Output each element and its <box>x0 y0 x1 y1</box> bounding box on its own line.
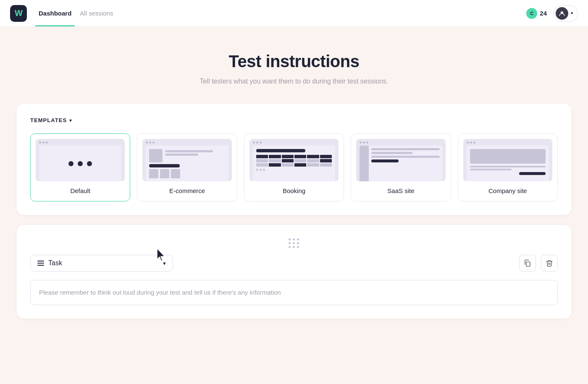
template-saas-label: SaaS site <box>387 187 414 194</box>
page-subtitle: Tell testers what you want them to do du… <box>17 78 571 85</box>
user-menu-button[interactable]: ▾ <box>554 5 578 22</box>
task-selector-chevron: ▾ <box>163 260 166 266</box>
trash-icon <box>546 259 553 267</box>
template-booking[interactable]: Booking <box>244 133 344 201</box>
task-type-selector[interactable]: Task ▾ <box>30 255 173 272</box>
template-default-preview <box>36 139 125 181</box>
main-content: Test instructions Tell testers what you … <box>0 27 588 345</box>
header-right: C 24 ▾ <box>526 5 578 22</box>
template-company[interactable]: Company site <box>458 133 558 201</box>
user-menu-chevron: ▾ <box>571 10 573 16</box>
task-selector-label: Task <box>48 259 159 267</box>
copy-icon <box>524 259 531 267</box>
template-ecommerce[interactable]: E-commerce <box>137 133 237 201</box>
tab-all-sessions[interactable]: All sessions <box>76 0 116 26</box>
template-company-preview <box>463 139 552 181</box>
svg-rect-1 <box>526 262 530 266</box>
template-default-label: Default <box>70 187 90 194</box>
drag-dots-icon <box>289 238 299 248</box>
credits-badge: C 24 <box>526 8 547 19</box>
user-avatar <box>556 7 568 20</box>
template-default[interactable]: Default <box>30 133 130 201</box>
templates-chevron[interactable]: ▾ <box>69 118 72 123</box>
tab-dashboard[interactable]: Dashboard <box>35 0 75 26</box>
template-saas-preview <box>356 139 445 181</box>
task-description[interactable]: Please remember to think out loud during… <box>30 280 558 305</box>
drag-handle[interactable] <box>30 238 558 248</box>
app-logo[interactable]: W <box>10 5 27 22</box>
template-ecommerce-preview <box>142 139 231 181</box>
delete-task-button[interactable] <box>541 255 558 272</box>
credits-icon: C <box>526 8 537 19</box>
task-menu-icon <box>37 261 44 266</box>
templates-label: TEMPLATES <box>30 117 67 123</box>
task-actions <box>519 255 558 272</box>
main-nav: Dashboard All sessions <box>35 0 117 26</box>
template-booking-label: Booking <box>283 187 305 194</box>
template-company-label: Company site <box>488 187 527 194</box>
logo-icon: W <box>15 8 22 18</box>
templates-card: TEMPLATES ▾ <box>17 104 571 215</box>
page-title: Test instructions <box>17 52 571 71</box>
credits-count: 24 <box>540 10 547 17</box>
template-ecommerce-label: E-commerce <box>169 187 205 194</box>
header: W Dashboard All sessions C 24 ▾ <box>0 0 588 27</box>
task-card: Task ▾ <box>17 225 571 319</box>
template-saas[interactable]: SaaS site <box>351 133 451 201</box>
templates-grid: Default <box>30 133 558 201</box>
copy-task-button[interactable] <box>519 255 536 272</box>
templates-header: TEMPLATES ▾ <box>30 117 558 123</box>
template-booking-preview <box>249 139 339 181</box>
task-row: Task ▾ <box>30 255 558 272</box>
